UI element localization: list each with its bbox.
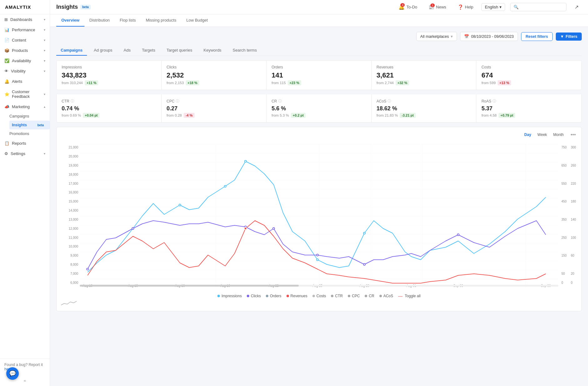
legend-ctr[interactable]: CTR [331, 294, 343, 298]
svg-text:0: 0 [571, 281, 573, 284]
sidebar-item-products[interactable]: 📦 Products ▾ [0, 45, 50, 56]
kpi-cr-value: 5.6 % [271, 105, 366, 112]
news-button[interactable]: 📰 1 News [425, 3, 449, 12]
tab-flop-lists[interactable]: Flop lists [115, 14, 141, 27]
sidebar-item-content[interactable]: 📄 Content ▾ [0, 35, 50, 45]
date-range-picker[interactable]: 📅 08/10/2023 - 09/06/2023 [460, 32, 518, 41]
kpi-revenues-label: Revenues [377, 65, 471, 69]
legend-toggle-all[interactable]: — Toggle all [398, 293, 421, 298]
legend-acos-icon [379, 295, 382, 297]
megaphone-icon: 📣 [4, 104, 9, 109]
svg-text:750: 750 [561, 146, 567, 149]
marketplace-selector[interactable]: All marketplaces ▾ [416, 32, 457, 41]
page-title: Insights beta [56, 4, 91, 10]
kpi-clicks-change: +18 % [186, 80, 200, 85]
tab-overview[interactable]: Overview [56, 14, 84, 27]
kpi-cr-label: CR ⓘ [271, 99, 366, 103]
svg-text:9,000: 9,000 [70, 254, 78, 257]
chevron-up-icon: ▴ [44, 105, 45, 108]
sidebar-item-promotions[interactable]: Promotions [9, 129, 50, 138]
svg-point-58 [244, 227, 247, 230]
sidebar: AMALYTIX ⊞ Dashboards ▾ 📊 Performance ▾ … [0, 0, 50, 386]
svg-text:180: 180 [571, 200, 576, 203]
legend-orders[interactable]: Orders [266, 294, 281, 298]
chevron-down-icon: ▾ [499, 5, 502, 9]
sidebar-item-visibility[interactable]: 👁 Visibility ▾ [0, 66, 50, 76]
tab-low-budget[interactable]: Low Budget [181, 14, 213, 27]
kpi-revenues-sub: from 2,744 +32 % [377, 80, 471, 85]
kpi-cr-change: +0.2 pt [291, 113, 306, 118]
tab-ad-groups[interactable]: Ad groups [89, 45, 117, 56]
svg-text:220: 220 [571, 182, 576, 185]
kpi-impressions: Impressions 343,823 from 310,244 +11 % [57, 61, 162, 90]
kpi-revenues-change: +32 % [396, 80, 409, 85]
tab-campaigns[interactable]: Campaigns [56, 45, 87, 56]
search-input[interactable] [520, 5, 563, 9]
sidebar-item-alerts[interactable]: 🔔 Alerts [0, 76, 50, 87]
sidebar-item-insights[interactable]: Insights beta [9, 121, 50, 129]
tab-ads[interactable]: Ads [119, 45, 135, 56]
svg-text:450: 450 [561, 200, 567, 203]
support-bubble[interactable]: 💬 [6, 367, 19, 380]
file-icon: 📄 [4, 38, 9, 43]
todo-button[interactable]: 🔔 4 To-Do [395, 3, 420, 12]
kpi-cr: CR ⓘ 5.6 % from 5.3 % +0.2 pt [266, 94, 372, 122]
sidebar-item-dashboards[interactable]: ⊞ Dashboards ▾ [0, 14, 50, 25]
kpi-row-1: Impressions 343,823 from 310,244 +11 % C… [56, 60, 582, 90]
sidebar-item-availability[interactable]: ✅ Availability ▾ [0, 56, 50, 66]
legend-toggle-all-label: Toggle all [405, 294, 421, 298]
legend-revenues[interactable]: Revenues [286, 294, 307, 298]
chart-legend: Impressions Clicks Orders Revenues Costs [61, 293, 577, 298]
svg-text:60: 60 [571, 254, 575, 257]
kpi-costs-change: +13 % [498, 80, 511, 85]
tab-distribution[interactable]: Distribution [84, 14, 115, 27]
chevron-down-icon: ▾ [44, 38, 45, 42]
tab-keywords[interactable]: Keywords [199, 45, 226, 56]
legend-cpc[interactable]: CPC [348, 294, 360, 298]
language-selector[interactable]: English ▾ [481, 3, 505, 11]
info-icon: ⓘ [493, 99, 496, 103]
tab-target-queries[interactable]: Target queries [162, 45, 196, 56]
legend-clicks[interactable]: Clicks [247, 294, 261, 298]
filter-bar: All marketplaces ▾ 📅 08/10/2023 - 09/06/… [56, 32, 582, 41]
kpi-clicks-label: Clicks [167, 65, 261, 69]
subnav: Overview Distribution Flop lists Missing… [50, 14, 588, 27]
chart-week-button[interactable]: Week [534, 132, 550, 138]
svg-point-49 [317, 259, 318, 261]
help-label: Help [465, 5, 474, 9]
filter-icon: ▼ [560, 34, 564, 39]
reset-filters-button[interactable]: Reset filters [521, 32, 553, 41]
kpi-impressions-sub: from 310,244 +11 % [62, 80, 156, 85]
kpi-orders: Orders 141 from 115 +23 % [266, 61, 372, 90]
help-icon: ❓ [458, 4, 464, 10]
legend-costs[interactable]: Costs [312, 294, 326, 298]
sidebar-item-marketing[interactable]: 📣 Marketing ▴ [0, 102, 50, 112]
chart-header: Day Week Month ••• [61, 132, 577, 138]
chart-month-button[interactable]: Month [550, 132, 567, 138]
filters-button[interactable]: ▼ Filters [556, 33, 582, 41]
legend-cr[interactable]: CR [365, 294, 374, 298]
chart-more-button[interactable]: ••• [569, 132, 577, 138]
external-link-button[interactable]: ↗ [571, 3, 582, 12]
tab-missing-products[interactable]: Missing products [141, 14, 181, 27]
legend-acos[interactable]: ACoS [379, 294, 393, 298]
bar-chart-icon: 📊 [4, 28, 9, 32]
sidebar-item-performance[interactable]: 📊 Performance ▾ [0, 25, 50, 35]
svg-text:21,000: 21,000 [68, 146, 78, 149]
help-button[interactable]: ❓ Help [454, 3, 477, 12]
app-logo: AMALYTIX [0, 0, 50, 14]
kpi-acos-sub: from 21.83 % -3.21 pt [377, 113, 471, 118]
svg-rect-60 [80, 285, 299, 287]
tab-search-terms[interactable]: Search terms [228, 45, 261, 56]
sidebar-item-reports[interactable]: 📋 Reports [0, 138, 50, 148]
sidebar-item-settings[interactable]: ⚙ Settings ▾ [0, 148, 50, 159]
star-icon: ⭐ [4, 92, 9, 97]
chart-day-button[interactable]: Day [521, 132, 534, 138]
topbar: Insights beta 🔔 4 To-Do 📰 1 News ❓ Help … [50, 0, 588, 14]
sidebar-item-campaigns[interactable]: Campaigns [9, 112, 50, 121]
legend-impressions[interactable]: Impressions [217, 294, 242, 298]
tab-targets[interactable]: Targets [138, 45, 160, 56]
sidebar-item-customer-feedback[interactable]: ⭐ Customer Feedback ▾ [0, 87, 50, 102]
svg-text:7,000: 7,000 [70, 272, 78, 275]
legend-revenues-label: Revenues [291, 294, 307, 298]
